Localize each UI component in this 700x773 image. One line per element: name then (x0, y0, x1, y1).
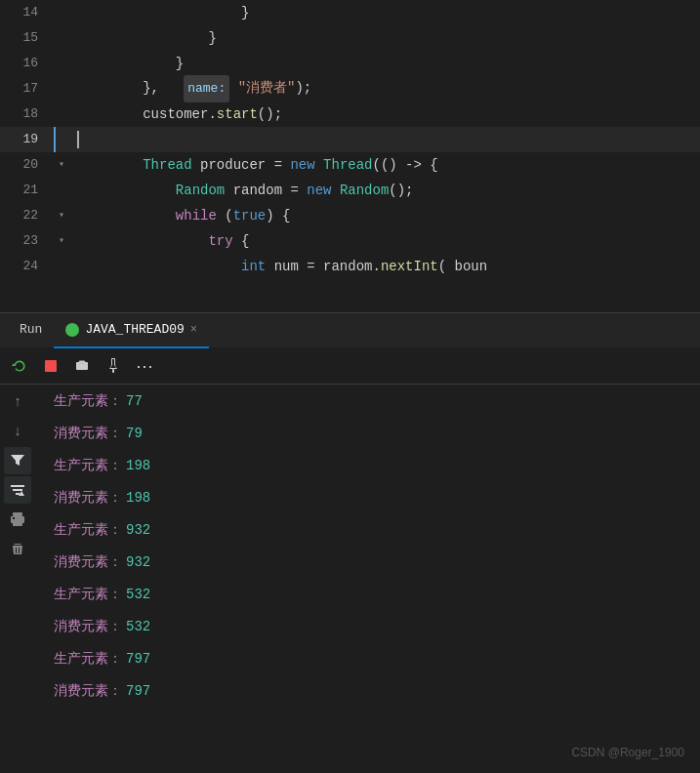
delete-icon[interactable] (4, 535, 31, 562)
tab-file-label: JAVA_THREAD09 (85, 322, 184, 337)
svg-rect-5 (13, 489, 22, 491)
run-toolbar: ⋯ (0, 347, 700, 385)
code-token: ); (295, 80, 311, 96)
svg-rect-0 (45, 360, 57, 372)
code-content: try { (69, 228, 249, 254)
code-token: Random (340, 183, 389, 198)
code-token: (); (258, 106, 282, 122)
line-number: 24 (0, 254, 54, 279)
svg-rect-4 (11, 485, 24, 487)
scroll-down-icon[interactable]: ↓ (4, 418, 31, 445)
code-token: int (241, 259, 266, 274)
output-label: 生产元素： (54, 586, 122, 603)
pin-button[interactable] (100, 352, 127, 380)
code-token (315, 157, 323, 173)
code-token: ( boun (438, 259, 487, 274)
code-content: }, name: "消费者"); (69, 75, 311, 102)
tab-run[interactable]: Run (8, 313, 54, 348)
output-lines-container: 生产元素：77消费元素：79生产元素：198消费元素：198生产元素：932消费… (35, 385, 700, 731)
line-number: 20 (0, 152, 54, 178)
watermark: CSDN @Roger_1900 (571, 746, 684, 759)
code-token: num = random. (266, 259, 381, 274)
code-token: (); (389, 183, 413, 198)
tab-close-button[interactable]: × (190, 323, 197, 337)
more-button[interactable]: ⋯ (131, 352, 158, 380)
code-token (77, 208, 176, 224)
output-label: 生产元素： (54, 392, 122, 410)
restart-button[interactable] (6, 352, 33, 380)
output-line: 消费元素：79 (35, 417, 700, 449)
code-line-18: 18 customer.start(); (0, 102, 700, 127)
stop-button[interactable] (37, 352, 64, 380)
output-line: 消费元素：532 (35, 610, 700, 642)
output-label: 生产元素： (54, 650, 122, 668)
code-token (77, 157, 143, 173)
code-token: }, (77, 80, 184, 96)
code-line-23: 23▾ try { (0, 228, 700, 254)
svg-rect-8 (13, 512, 22, 516)
line-number: 21 (0, 178, 54, 203)
line-number: 17 (0, 76, 54, 102)
output-value: 532 (126, 619, 150, 634)
tab-status-icon (65, 323, 79, 337)
output-line: 消费元素：198 (35, 481, 700, 513)
output-panel: ↑ ↓ 生产元素：77消费元素：79生产元素：198消费元素：198生产元素：9… (0, 385, 700, 731)
tab-java-thread[interactable]: JAVA_THREAD09 × (54, 313, 209, 348)
output-value: 77 (126, 393, 143, 409)
code-token: true (233, 208, 267, 224)
output-label: 消费元素： (54, 618, 122, 635)
code-token: try (208, 233, 232, 249)
code-content: while (true) { (69, 203, 290, 228)
code-token (331, 183, 339, 198)
output-line: 生产元素：198 (35, 449, 700, 481)
sidebar-icons: ↑ ↓ (0, 385, 35, 731)
code-line-15: 15 } (0, 25, 700, 51)
code-line-17: 17 }, name: "消费者"); (0, 76, 700, 102)
line-number: 18 (0, 102, 54, 127)
output-line: 消费元素：932 (35, 546, 700, 578)
line-number: 14 (0, 0, 54, 25)
sort-icon[interactable] (4, 476, 31, 504)
code-token: nextInt (381, 259, 438, 274)
code-token: producer = (192, 157, 291, 173)
code-content: } (69, 25, 217, 51)
code-token: new (307, 183, 331, 198)
code-token: Random (176, 183, 225, 198)
code-token: "消费者" (229, 80, 295, 96)
scroll-up-icon[interactable]: ↑ (4, 388, 31, 416)
output-value: 79 (126, 426, 143, 441)
output-line: 生产元素：77 (35, 385, 700, 417)
output-value: 932 (126, 554, 150, 570)
code-line-14: 14 } (0, 0, 700, 25)
code-token (77, 233, 208, 249)
output-label: 生产元素： (54, 521, 122, 539)
svg-rect-11 (13, 517, 15, 519)
output-value: 198 (126, 458, 150, 473)
output-line: 生产元素：932 (35, 513, 700, 546)
print-icon[interactable] (4, 506, 31, 533)
code-token: customer. (77, 106, 217, 122)
svg-rect-3 (112, 369, 114, 373)
code-token (77, 259, 241, 274)
code-content: Thread producer = new Thread(() -> { (69, 152, 438, 178)
screenshot-button[interactable] (68, 352, 96, 380)
line-number: 23 (0, 228, 54, 254)
fold-arrow-icon: ▾ (54, 152, 69, 178)
line-number: 22 (0, 203, 54, 228)
output-label: 消费元素： (54, 682, 122, 700)
output-label: 消费元素： (54, 553, 122, 571)
code-token: random = (225, 183, 307, 198)
code-content: } (69, 0, 249, 25)
code-content: } (69, 51, 184, 76)
code-token: start (217, 106, 258, 122)
code-editor: 14 }15 }16 }17 }, name: "消费者");18 custom… (0, 0, 700, 312)
code-token: new (290, 157, 314, 173)
filter-icon[interactable] (4, 447, 31, 474)
svg-rect-2 (111, 358, 115, 359)
output-line: 生产元素：532 (35, 578, 700, 610)
code-line-16: 16 } (0, 51, 700, 76)
output-value: 532 (126, 587, 150, 602)
code-token: { (233, 233, 250, 249)
fold-arrow-icon: ▾ (54, 228, 69, 254)
code-token (77, 183, 176, 198)
